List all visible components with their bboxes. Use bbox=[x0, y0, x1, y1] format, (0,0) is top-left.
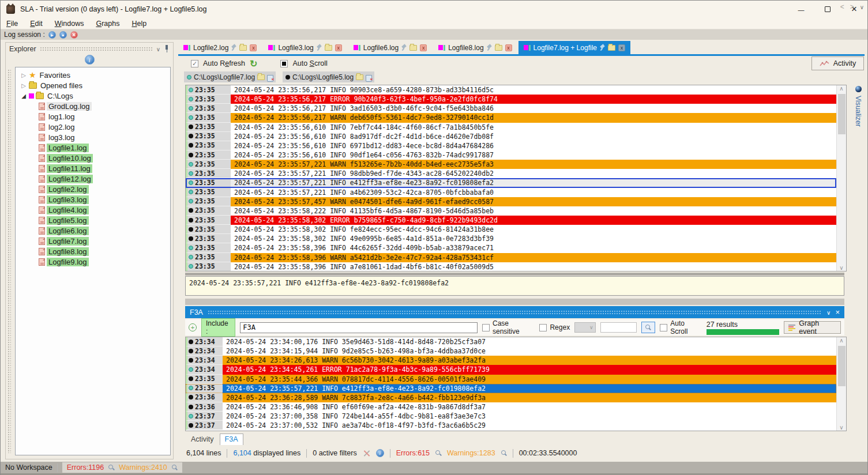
log-row[interactable]: 23:352024-05-24 23:35:56,610 INFO 8ad917… bbox=[186, 132, 836, 141]
bottom-tab-f3a[interactable]: F3A bbox=[220, 433, 243, 445]
log-row[interactable]: 23:342024-05-24 23:34:00,176 INFO 35e9d4… bbox=[186, 337, 836, 346]
refresh-icon[interactable] bbox=[250, 58, 257, 69]
log-row[interactable]: 23:352024-05-24 23:35:56,217 INFO 3ad165… bbox=[186, 104, 836, 113]
explorer-side-grip[interactable] bbox=[7, 69, 11, 453]
log-row[interactable]: 23:362024-05-24 23:36:46,908 INFO ef60f6… bbox=[186, 402, 836, 412]
document-tab[interactable]: Logfile6.log bbox=[348, 41, 432, 54]
filter-chevron-down-icon[interactable] bbox=[826, 308, 831, 316]
log-row[interactable]: 23:372024-05-24 23:37:00,532 INFO ae3a74… bbox=[186, 421, 836, 430]
log-row[interactable]: 23:352024-05-24 23:35:57,221 INFO e412ff… bbox=[186, 178, 836, 187]
errors-search-icon[interactable] bbox=[108, 465, 114, 470]
auto-refresh-checkbox[interactable] bbox=[191, 60, 198, 67]
file-path-chip[interactable]: C:\Logs\Logfile5.log bbox=[283, 71, 374, 82]
folder-icon[interactable] bbox=[409, 45, 417, 51]
filter-query-input[interactable] bbox=[240, 322, 478, 333]
log-row[interactable]: 23:352024-05-24 23:35:56,217 WARN deb650… bbox=[186, 113, 836, 122]
regex-option[interactable]: Regex bbox=[539, 323, 570, 331]
file-path-chip[interactable]: C:\Logs\Logfile7.log bbox=[184, 71, 276, 82]
tab-close-icon[interactable] bbox=[250, 44, 257, 51]
log-row[interactable]: 23:352024-05-24 23:35:56,610 INFO 90df1e… bbox=[186, 150, 836, 160]
filter-auto-scroll-checkbox[interactable] bbox=[660, 324, 667, 331]
case-sensitive-checkbox[interactable] bbox=[482, 324, 490, 331]
pin-icon[interactable] bbox=[164, 45, 170, 52]
document-tab[interactable]: Logfile3.log bbox=[263, 41, 347, 54]
log-row[interactable]: 23:352024-05-24 23:35:58,396 INFO a7e810… bbox=[186, 262, 836, 271]
log-row[interactable]: 23:352024-05-24 23:35:56,610 INFO 7ebf7c… bbox=[186, 123, 836, 132]
tree-item[interactable]: Logfile5.log bbox=[16, 215, 170, 225]
pin-icon[interactable] bbox=[600, 44, 605, 51]
filter-panel-grip[interactable] bbox=[208, 310, 822, 314]
add-filter-icon[interactable] bbox=[189, 323, 197, 331]
info-icon[interactable] bbox=[85, 55, 95, 65]
auto-scroll-checkbox[interactable] bbox=[280, 60, 288, 67]
tree-item[interactable]: Favorites bbox=[16, 70, 170, 80]
tree-item[interactable]: Logfile3.log bbox=[16, 194, 170, 205]
tree-item[interactable]: Logfile4.log bbox=[16, 205, 170, 215]
search-button[interactable] bbox=[641, 322, 656, 333]
tab-scroll-left-icon[interactable]: < bbox=[840, 3, 844, 11]
tree-item[interactable]: Logfile6.log bbox=[16, 225, 170, 236]
menu-graphs[interactable]: Graphs bbox=[96, 20, 119, 28]
log-row[interactable]: 23:352024-05-24 23:35:58,222 INFO 41135b… bbox=[186, 206, 836, 216]
tree-item[interactable]: log3.log bbox=[16, 132, 170, 142]
document-tab[interactable]: Logfile7.log + Logfile bbox=[518, 41, 630, 54]
tree-item[interactable]: Logfile9.log bbox=[16, 257, 170, 267]
tree-item[interactable]: log2.log bbox=[16, 122, 170, 132]
scrollbar-thumb[interactable] bbox=[838, 94, 846, 134]
horizontal-splitter-2[interactable] bbox=[185, 299, 844, 305]
scroll-up-icon[interactable] bbox=[839, 337, 843, 344]
pin-icon[interactable] bbox=[231, 44, 236, 51]
log-row[interactable]: 23:352024-05-24 23:35:56,217 INFO 90903c… bbox=[186, 85, 836, 95]
document-tab[interactable]: Logfile2.log bbox=[178, 41, 262, 54]
trash-icon[interactable] bbox=[267, 74, 273, 81]
filter-auto-scroll-option[interactable]: Auto Scroll bbox=[660, 319, 701, 335]
scroll-down-icon[interactable] bbox=[839, 424, 843, 431]
tree-item[interactable]: log1.log bbox=[16, 111, 170, 122]
folder-icon[interactable] bbox=[325, 45, 332, 51]
graph-event-button[interactable]: Graph event bbox=[784, 321, 841, 334]
menu-file[interactable]: File bbox=[6, 20, 18, 28]
log-row[interactable]: 23:352024-05-24 23:35:57,221 INFO a4b623… bbox=[186, 188, 836, 197]
tree-expander-icon[interactable] bbox=[20, 93, 27, 99]
errors-search-icon[interactable] bbox=[435, 450, 441, 456]
maximize-button[interactable] bbox=[814, 1, 841, 18]
tab-scroll-right-icon[interactable]: > bbox=[850, 3, 854, 11]
folder-icon[interactable] bbox=[257, 74, 265, 80]
tree-item[interactable]: Opened files bbox=[16, 80, 170, 91]
chevron-down-icon[interactable] bbox=[156, 45, 160, 53]
log-row[interactable]: 23:352024-05-24 23:35:57,221 INFO e412ff… bbox=[186, 384, 836, 393]
tab-close-icon[interactable] bbox=[420, 44, 427, 51]
tree-item[interactable]: Logfile12.log bbox=[16, 174, 170, 184]
tree-item[interactable]: C:\Logs bbox=[16, 91, 170, 101]
minimize-button[interactable] bbox=[788, 1, 814, 18]
log-row[interactable]: 23:362024-05-24 23:36:28,589 WARN 7c8837… bbox=[186, 393, 836, 402]
warnings-search-icon[interactable] bbox=[501, 450, 507, 456]
log-row[interactable]: 23:352024-05-24 23:35:57,221 INFO 98dbb9… bbox=[186, 169, 836, 178]
main-log-scrollbar[interactable] bbox=[836, 85, 846, 271]
scroll-down-icon[interactable] bbox=[839, 265, 843, 271]
tab-close-icon[interactable] bbox=[505, 44, 512, 51]
session-close-button[interactable] bbox=[70, 31, 78, 39]
info-icon-small[interactable] bbox=[376, 449, 384, 457]
log-row[interactable]: 23:352024-05-24 23:35:58,302 ERROR b7598… bbox=[186, 216, 836, 225]
folder-icon[interactable] bbox=[608, 45, 615, 51]
log-row[interactable]: 23:342024-05-24 23:34:26,613 WARN 6c56b7… bbox=[186, 356, 836, 365]
log-row[interactable]: 23:342024-05-24 23:34:15,944 INFO 9d2e85… bbox=[186, 346, 836, 356]
tree-expander-icon[interactable] bbox=[20, 72, 27, 78]
document-tab[interactable]: Logfile8.log bbox=[433, 41, 517, 54]
pin-icon[interactable] bbox=[317, 44, 322, 51]
filtered-log-scrollbar[interactable] bbox=[836, 337, 846, 431]
session-stop-button[interactable] bbox=[59, 31, 67, 39]
scroll-up-icon[interactable] bbox=[839, 85, 843, 92]
tree-item[interactable]: GrodLog.log bbox=[16, 101, 170, 111]
pin-icon[interactable] bbox=[487, 44, 492, 51]
folder-icon[interactable] bbox=[495, 45, 502, 51]
case-sensitive-option[interactable]: Case sensitive bbox=[482, 319, 535, 335]
tree-expander-icon[interactable] bbox=[20, 82, 27, 89]
folder-icon[interactable] bbox=[356, 74, 363, 80]
tree-item[interactable]: Logfile10.log bbox=[16, 153, 170, 163]
log-row[interactable]: 23:372024-05-24 23:37:00,358 INFO 724be1… bbox=[186, 412, 836, 421]
log-row[interactable]: 23:352024-05-24 23:35:58,302 INFO 49e099… bbox=[186, 234, 836, 243]
log-row[interactable]: 23:352024-05-24 23:35:56,217 ERROR 90b24… bbox=[186, 95, 836, 104]
menu-edit[interactable]: Edit bbox=[30, 20, 43, 28]
